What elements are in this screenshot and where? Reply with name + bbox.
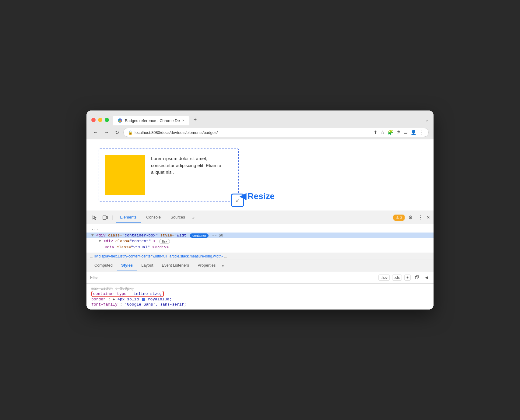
color-swatch-royalblue[interactable] [142, 298, 145, 301]
device-toolbar-button[interactable] [100, 213, 110, 222]
resize-corner-icon: ↙ [236, 198, 240, 203]
tab-chevron-icon[interactable]: ⌄ [425, 117, 429, 122]
css-prop-fontfamily: font-family [91, 302, 118, 307]
cursor-icon [92, 215, 97, 220]
css-line-fontfamily: font-family : 'Google Sans', sans-serif; [91, 302, 429, 307]
bc-item-1[interactable]: liv.display-flex.justify-content-center.… [94, 254, 167, 258]
arrow-left-icon: ◀ [240, 191, 246, 201]
bc-dots: ... [90, 254, 93, 258]
css-prop-container-type: container-type [93, 292, 126, 296]
device-icon [102, 215, 108, 220]
tab-close-button[interactable]: × [182, 118, 184, 123]
tab-sources[interactable]: Sources [166, 212, 189, 223]
css-value-maxwidth: 350px; [120, 286, 134, 291]
html-attr-class: class= [108, 233, 122, 238]
copy-styles-button[interactable]: 🗍 [413, 273, 421, 282]
filter-bar: Filter :hov .cls + 🗍 ◀ [86, 271, 434, 284]
refresh-styles-button[interactable]: ◀ [423, 273, 430, 282]
filter-right: :hov .cls + 🗍 ◀ [378, 273, 430, 282]
chrome-favicon-icon [118, 118, 122, 123]
triangle-icon-2: ▼ [99, 239, 101, 243]
close-traffic-light[interactable] [91, 118, 96, 122]
css-colon-maxwidth: : [115, 286, 120, 291]
html-row-container[interactable]: ▼ <div class="container-box" style="widt… [86, 233, 434, 238]
html-attr-class-value: "container-box" [122, 233, 158, 238]
devtools-toolbar: | Elements Console Sources » ⚠ 2 ⚙ ⋮ × [86, 211, 434, 224]
tab-console[interactable]: Console [142, 212, 165, 223]
css-line-border: border : ▶ 4px solid royalblue; [91, 296, 429, 302]
warning-count: 2 [400, 215, 402, 220]
filter-add-button[interactable]: + [404, 275, 411, 281]
html-row-visual[interactable]: <div class="visual" ></div> [86, 244, 434, 250]
traffic-lights [91, 118, 109, 122]
address-action-icons: ⬆ ☆ 🧩 ⚗ ▭ 👤 ⋮ [374, 130, 424, 135]
tab-elements[interactable]: Elements [116, 212, 141, 223]
triangle-icon: ▼ [91, 233, 94, 238]
address-bar: ← → ↻ 🔒 localhost:8080/docs/devtools/ele… [86, 125, 434, 139]
css-prop-border: border [91, 297, 106, 302]
breadcrumb-bar: ... liv.display-flex.justify-content-cen… [86, 253, 434, 260]
filter-cls-button[interactable]: .cls [392, 275, 402, 281]
url-text: localhost:8080/docs/devtools/elements/ba… [135, 130, 369, 135]
splitscreen-icon[interactable]: ▭ [403, 130, 408, 135]
more-options-button[interactable]: ⋮ [416, 213, 425, 222]
active-tab[interactable]: Badges reference - Chrome De × [113, 116, 189, 125]
warning-icon: ⚠ [396, 215, 399, 220]
resize-handle-area: ↙ ◀ Resize [231, 194, 244, 207]
html-panel: ··· ▼ <div class="container-box" style="… [86, 224, 434, 253]
bc-dots-2: ... [224, 254, 227, 258]
lock-icon: 🔒 [128, 130, 133, 135]
devtools-close-button[interactable]: × [427, 214, 430, 221]
address-input[interactable]: 🔒 localhost:8080/docs/devtools/elements/… [123, 128, 429, 137]
resize-label: Resize [248, 191, 275, 201]
filter-label: Filter [90, 275, 99, 280]
profile-icon[interactable]: 👤 [411, 130, 416, 135]
css-line-container-type: container-type : inline-size; [91, 291, 429, 296]
more-style-tabs-button[interactable]: » [220, 260, 226, 271]
css-colon-border: : [108, 297, 113, 302]
bookmark-icon[interactable]: ☆ [381, 130, 385, 135]
menu-icon[interactable]: ⋮ [420, 130, 424, 135]
bc-item-2[interactable]: article.stack.measure-long.width- [170, 254, 223, 258]
extension-icon[interactable]: 🧩 [388, 130, 393, 135]
tab-computed[interactable]: Computed [90, 260, 117, 271]
styles-tabs: Computed Styles Layout Event Listeners P… [86, 260, 434, 271]
css-colon-container: : [129, 292, 134, 296]
html-attr-class2: class= [115, 239, 130, 243]
highlighted-property: container-type : inline-size; [91, 291, 164, 297]
toolbar-right: ⚠ 2 ⚙ ⋮ × [393, 213, 430, 222]
tab-styles[interactable]: Styles [117, 260, 137, 271]
maximize-traffic-light[interactable] [105, 118, 109, 122]
filter-hov-button[interactable]: :hov [378, 275, 390, 281]
settings-button[interactable]: ⚙ [406, 213, 414, 222]
forward-button[interactable]: → [102, 128, 111, 136]
svg-rect-3 [106, 216, 107, 219]
share-icon[interactable]: ⬆ [374, 130, 378, 135]
more-tabs-button[interactable]: » [191, 212, 196, 223]
css-value-border-color: royalblue; [148, 297, 172, 302]
dots-icon: ··· [91, 227, 98, 232]
flask-icon[interactable]: ⚗ [396, 130, 400, 135]
dollar-zero-text: == $0 [212, 233, 223, 238]
tab-event-listeners[interactable]: Event Listeners [157, 260, 193, 271]
html-attr-class2-value: "content" [129, 239, 151, 243]
tab-layout[interactable]: Layout [137, 260, 157, 271]
minimize-traffic-light[interactable] [98, 118, 102, 122]
separator: | [112, 215, 113, 220]
html-row-content[interactable]: ▼ <div class="content" > flex [86, 238, 434, 244]
resize-arrow: ◀ Resize [240, 191, 275, 201]
demo-container: Lorem ipsum dolor sit amet, consectetur … [99, 149, 239, 201]
html-attr-style: style= [160, 233, 174, 238]
badge-flex: flex [159, 239, 170, 244]
new-tab-button[interactable]: + [191, 114, 200, 125]
inspect-element-button[interactable] [90, 213, 99, 222]
css-panel: max-width : 350px; container-type : inli… [86, 284, 434, 310]
tab-properties[interactable]: Properties [193, 260, 220, 271]
back-button[interactable]: ← [91, 128, 100, 136]
html-row-dots: ··· [86, 227, 434, 233]
title-bar: Badges reference - Chrome De × + ⌄ [86, 110, 434, 125]
css-value-fontfamily: 'Google Sans', sans-serif; [125, 302, 186, 307]
html-attr-visual: class= [117, 245, 131, 250]
warning-badge[interactable]: ⚠ 2 [393, 215, 405, 221]
reload-button[interactable]: ↻ [113, 128, 121, 137]
